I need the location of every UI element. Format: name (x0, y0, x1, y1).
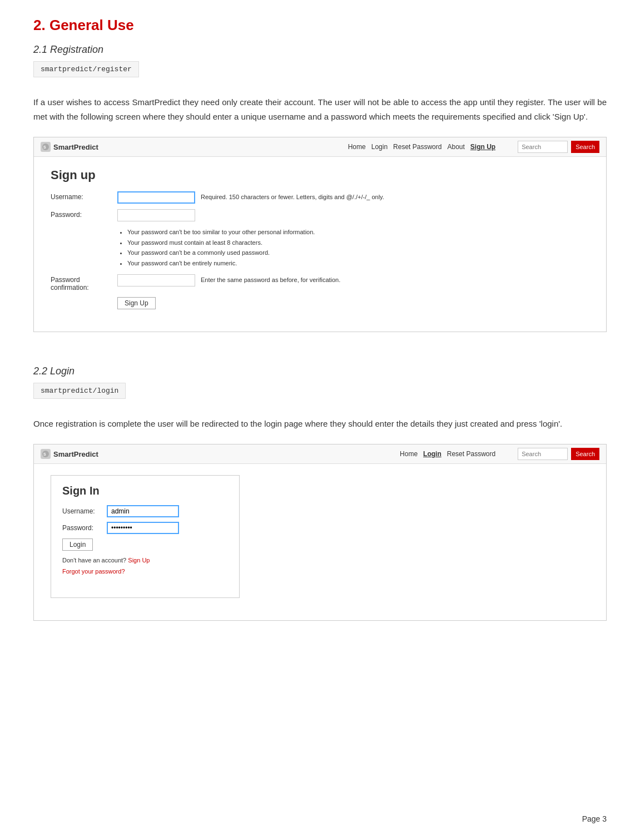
signup-link[interactable]: Sign Up (128, 557, 150, 564)
password-row: Password: (51, 209, 589, 221)
password-rule-1: Your password can't be too similar to yo… (127, 227, 589, 238)
registration-code: smartpredict/register (33, 61, 139, 77)
login-form-inner: Sign In Username: Password: Login Don't … (51, 475, 240, 598)
confirm-input[interactable] (117, 274, 195, 286)
signup-search-button[interactable]: Search (571, 141, 599, 153)
signup-submit-button[interactable]: Sign Up (117, 297, 156, 309)
nav-about-signup[interactable]: About (447, 143, 464, 151)
login-code: smartpredict/login (33, 383, 126, 399)
username-input[interactable] (117, 191, 195, 204)
login-extra-links: Don't have an account? Sign Up Forgot yo… (62, 555, 228, 577)
section-2-title: 2. General Use (33, 17, 607, 34)
page-number: Page 3 (582, 814, 607, 823)
confirm-row: Password confirmation: Enter the same pa… (51, 274, 589, 291)
password-rule-4: Your password can't be entirely numeric. (127, 258, 589, 269)
username-row: Username: Required. 150 characters or fe… (51, 191, 589, 204)
password-input[interactable] (117, 209, 195, 221)
login-browser-mockup: S SmartPredict Home Login Reset Password… (33, 444, 607, 621)
login-form-title: Sign In (62, 485, 228, 497)
password-rule-2: Your password must contain at least 8 ch… (127, 238, 589, 248)
password-rules-list: Your password can't be too similar to yo… (117, 227, 589, 269)
subsection-2-1-title: 2.1 Registration (33, 44, 607, 56)
signup-browser-mockup: S SmartPredict Home Login Reset Password… (33, 137, 607, 332)
nav-reset-signup[interactable]: Reset Password (393, 143, 441, 151)
login-username-label: Username: (62, 507, 107, 515)
login-password-input[interactable] (107, 522, 179, 534)
svg-text:S: S (43, 145, 46, 149)
nav-reset-login[interactable]: Reset Password (447, 450, 495, 458)
nav-home-login[interactable]: Home (400, 450, 418, 458)
nav-signup-active[interactable]: Sign Up (470, 143, 495, 151)
signup-search-input[interactable] (518, 141, 568, 153)
brand-icon-login: S (41, 449, 51, 459)
subsection-2-2-title: 2.2 Login (33, 365, 607, 377)
confirm-label: Password confirmation: (51, 274, 117, 291)
login-nav-links: Home Login Reset Password Search (400, 448, 599, 460)
signup-submit-row: Sign Up (117, 297, 589, 309)
password-rule-3: Your password can't be a commonly used p… (127, 248, 589, 258)
login-search-area: Search (518, 448, 599, 460)
login-username-input[interactable] (107, 505, 179, 517)
registration-paragraph: If a user wishes to access SmartPredict … (33, 95, 607, 123)
confirm-hint: Enter the same password as before, for v… (201, 274, 340, 283)
signup-search-area: Search (518, 141, 599, 153)
signup-navbar: S SmartPredict Home Login Reset Password… (34, 137, 606, 157)
login-submit-button[interactable]: Login (62, 538, 93, 551)
password-label: Password: (51, 209, 117, 219)
signup-form-title: Sign up (51, 168, 589, 182)
login-password-row: Password: (62, 522, 228, 534)
nav-login-active[interactable]: Login (423, 450, 441, 458)
forgot-password-link[interactable]: Forgot your password? (62, 568, 125, 575)
brand-name-login: SmartPredict (53, 450, 98, 458)
brand-icon-signup: S (41, 142, 51, 152)
signup-nav-links: Home Login Reset Password About Sign Up … (348, 141, 599, 153)
nav-login-signup[interactable]: Login (371, 143, 388, 151)
login-form-area: Sign In Username: Password: Login Don't … (34, 464, 606, 620)
no-account-text: Don't have an account? Sign Up (62, 555, 228, 566)
username-hint: Required. 150 characters or fewer. Lette… (201, 191, 384, 200)
nav-home-signup[interactable]: Home (348, 143, 366, 151)
brand-signup: S SmartPredict (41, 142, 98, 152)
login-navbar: S SmartPredict Home Login Reset Password… (34, 444, 606, 464)
login-password-label: Password: (62, 524, 107, 532)
signup-form-area: Sign up Username: Required. 150 characte… (34, 157, 606, 332)
brand-login: S SmartPredict (41, 449, 98, 459)
username-label: Username: (51, 191, 117, 201)
login-search-input[interactable] (518, 448, 568, 460)
svg-text:S: S (43, 452, 46, 456)
login-paragraph: Once registration is complete the user w… (33, 417, 607, 431)
login-username-row: Username: (62, 505, 228, 517)
login-search-button[interactable]: Search (571, 448, 599, 460)
brand-name-signup: SmartPredict (53, 143, 98, 151)
